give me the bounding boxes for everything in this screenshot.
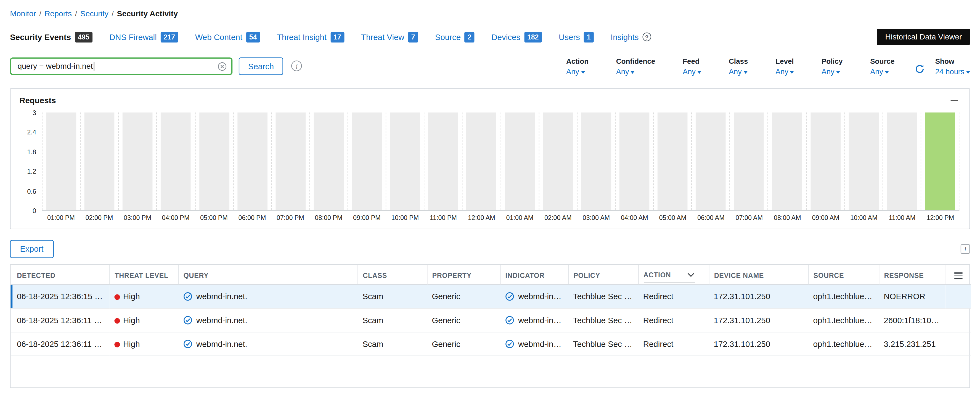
- table-row[interactable]: 06-18-2025 12:36:11 pm ...Highwebmd-in.n…: [11, 308, 970, 332]
- tab-source[interactable]: Source2: [435, 32, 474, 42]
- column-header-label: ACTION: [643, 271, 671, 279]
- search-query-text: query = webmd-in.net: [18, 62, 93, 71]
- column-header-class[interactable]: CLASS: [358, 265, 427, 285]
- breadcrumb-reports[interactable]: Reports: [45, 10, 72, 18]
- column-header-policy[interactable]: POLICY: [568, 265, 638, 285]
- column-header-detected[interactable]: DETECTED: [11, 265, 109, 285]
- clear-search-icon[interactable]: [218, 62, 227, 71]
- breadcrumb-separator: /: [111, 10, 114, 18]
- refresh-icon[interactable]: [915, 64, 925, 74]
- chevron-down-icon: [966, 71, 970, 74]
- breadcrumb-security[interactable]: Security: [80, 10, 108, 18]
- column-header-device-name[interactable]: DEVICE NAME: [709, 265, 808, 285]
- filter-value-dropdown[interactable]: Any: [566, 68, 589, 76]
- column-header-threat-level[interactable]: THREAT LEVEL: [109, 265, 178, 285]
- filter-source: SourceAny: [870, 57, 894, 76]
- tab-web-content[interactable]: Web Content54: [195, 32, 260, 42]
- chevron-down-icon: [885, 71, 889, 74]
- filter-value-dropdown[interactable]: Any: [870, 68, 894, 76]
- tab-count-badge: 217: [161, 32, 178, 42]
- search-info-icon[interactable]: i: [291, 61, 302, 71]
- filter-class: ClassAny: [729, 57, 748, 76]
- breadcrumb-monitor[interactable]: Monitor: [10, 10, 36, 18]
- threat-level-dot: [114, 294, 120, 300]
- chart-slot: [501, 113, 539, 210]
- chart-slot: [730, 113, 768, 210]
- cell-property: Generic: [427, 308, 500, 332]
- tab-threat-view[interactable]: Threat View7: [361, 32, 418, 42]
- x-tick-label: 01:00 AM: [501, 215, 539, 221]
- action-column-dropdown[interactable]: ACTION: [643, 271, 695, 283]
- chart-slot: [310, 113, 348, 210]
- filter-value-dropdown[interactable]: Any: [729, 68, 748, 76]
- cell-response: NOERROR: [879, 285, 945, 308]
- column-header-action[interactable]: ACTION: [638, 265, 709, 285]
- chart-plot-column: 01:00 PM02:00 PM03:00 PM04:00 PM05:00 PM…: [42, 113, 959, 221]
- tab-count-badge: 495: [75, 32, 92, 42]
- filter-value-dropdown[interactable]: Any: [821, 68, 843, 76]
- chart-slot: [654, 113, 692, 210]
- chart-empty-band: [657, 113, 688, 210]
- tab-devices[interactable]: Devices182: [492, 32, 542, 42]
- table-info-icon[interactable]: i: [961, 244, 970, 254]
- column-header-query[interactable]: QUERY: [178, 265, 358, 285]
- cell-detected: 06-18-2025 12:36:11 pm ...: [11, 332, 109, 356]
- collapse-panel-icon[interactable]: [951, 100, 958, 101]
- column-header-response[interactable]: RESPONSE: [879, 265, 945, 285]
- chart-empty-band: [275, 113, 305, 210]
- x-tick-label: 07:00 AM: [730, 215, 768, 221]
- cell-class: Scam: [358, 332, 427, 356]
- table-row[interactable]: 06-18-2025 12:36:15 pm ...Highwebmd-in.n…: [11, 285, 970, 308]
- chart-empty-band: [123, 113, 153, 210]
- sort-chevron-icon[interactable]: [687, 272, 695, 277]
- filter-bar: ActionAnyConfidenceAnyFeedAnyClassAnyLev…: [566, 57, 894, 76]
- chart-empty-band: [543, 113, 573, 210]
- column-header-property[interactable]: PROPERTY: [427, 265, 500, 285]
- column-header-source[interactable]: SOURCE: [808, 265, 879, 285]
- column-header-indicator[interactable]: INDICATOR: [500, 265, 568, 285]
- chart-empty-band: [352, 113, 382, 210]
- chart-slot: [348, 113, 386, 210]
- x-tick-label: 06:00 AM: [692, 215, 730, 221]
- search-input[interactable]: query = webmd-in.net: [10, 57, 232, 75]
- filter-value-dropdown[interactable]: Any: [682, 68, 701, 76]
- tab-label: Users: [559, 32, 580, 42]
- table-menu-icon[interactable]: [955, 273, 963, 279]
- x-tick-label: 11:00 PM: [424, 215, 462, 221]
- tab-dns-firewall[interactable]: DNS Firewall217: [109, 32, 178, 42]
- y-tick-label: 0: [33, 207, 36, 214]
- search-button[interactable]: Search: [239, 57, 283, 75]
- tab-threat-insight[interactable]: Threat Insight17: [277, 32, 344, 42]
- tab-security-events[interactable]: Security Events495: [10, 32, 92, 42]
- tab-label: Security Events: [10, 32, 71, 42]
- tab-insights[interactable]: Insights?: [611, 32, 651, 42]
- cell-class: Scam: [358, 308, 427, 332]
- x-tick-label: 03:00 AM: [577, 215, 615, 221]
- table-row[interactable]: 06-18-2025 12:36:11 pm ...Highwebmd-in.n…: [11, 332, 970, 356]
- x-tick-label: 01:00 PM: [42, 215, 80, 221]
- export-button[interactable]: Export: [10, 240, 54, 258]
- x-tick-label: 11:00 AM: [883, 215, 921, 221]
- export-row: Export i: [10, 240, 970, 258]
- cell-action: Redirect: [638, 285, 709, 308]
- table-columns-menu[interactable]: [945, 265, 970, 285]
- x-tick-label: 05:00 PM: [195, 215, 233, 221]
- x-tick-label: 09:00 AM: [807, 215, 845, 221]
- tab-label: Threat View: [361, 32, 404, 42]
- security-events-table: DETECTEDTHREAT LEVELQUERYCLASSPROPERTYIN…: [10, 264, 970, 388]
- historical-data-viewer-button[interactable]: Historical Data Viewer: [877, 29, 970, 45]
- filter-value-dropdown[interactable]: Any: [616, 68, 655, 76]
- chart-empty-band: [390, 113, 420, 210]
- filter-value-dropdown[interactable]: Any: [775, 68, 794, 76]
- show-range-dropdown[interactable]: 24 hours: [935, 68, 970, 76]
- filter-label: Feed: [682, 57, 701, 65]
- chart-empty-band: [504, 113, 535, 210]
- chart-slot: [616, 113, 654, 210]
- cell-policy: Techblue Sec Policy: [568, 285, 638, 308]
- requests-chart: 00.61.21.82.43 01:00 PM02:00 PM03:00 PM0…: [11, 107, 969, 229]
- tab-users[interactable]: Users1: [559, 32, 594, 42]
- tab-count-badge: 2: [465, 32, 475, 42]
- chart-slot: [577, 113, 615, 210]
- filter-selected-value: Any: [870, 68, 883, 76]
- help-icon[interactable]: ?: [643, 33, 651, 41]
